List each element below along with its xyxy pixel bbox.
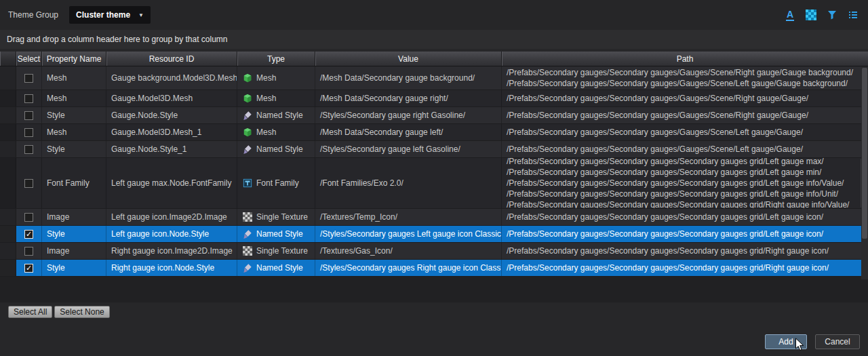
row-checkbox[interactable]: ✓: [24, 230, 33, 239]
column-header-resource-id[interactable]: Resource ID: [106, 52, 237, 66]
path-line: /Prefabs/Secondary gauges/Secondary gaug…: [507, 93, 808, 104]
group-by-hint: Drag and drop a column header here to gr…: [7, 35, 228, 44]
property-name-cell: Style: [42, 107, 106, 123]
path-cell: /Prefabs/Secondary gauges/Secondary gaug…: [502, 243, 868, 259]
row-gutter: [0, 209, 16, 225]
table-row[interactable]: Font FamilyLeft gauge max.Node.FontFamil…: [0, 158, 868, 209]
selection-buttons: Select All Select None: [8, 306, 110, 318]
vertical-scrollbar[interactable]: [861, 66, 868, 279]
path-cell: /Prefabs/Secondary gauges/Secondary gaug…: [502, 66, 868, 90]
path-line: /Prefabs/Secondary gauges/Secondary gaug…: [507, 178, 844, 189]
resource-id-cell: Gauge background.Model3D.Mesh: [106, 66, 237, 90]
column-header-gutter: [0, 52, 16, 66]
property-name-cell: Image: [42, 209, 106, 225]
select-none-button[interactable]: Select None: [54, 306, 109, 318]
path-line: /Prefabs/Secondary gauges/Secondary gaug…: [507, 245, 829, 256]
type-cell: Mesh: [237, 124, 315, 140]
path-line: /Prefabs/Secondary gauges/Secondary gaug…: [507, 67, 853, 78]
select-cell: [16, 66, 42, 90]
column-header-type[interactable]: Type: [237, 52, 315, 66]
type-label: Named Style: [256, 144, 303, 154]
toolbar-icons: A: [783, 8, 860, 22]
chevron-down-icon: ▼: [138, 12, 144, 18]
filter-icon[interactable]: [825, 8, 839, 22]
table-row[interactable]: ✓StyleRight gauge icon.Node.StyleNamed S…: [0, 260, 868, 277]
row-checkbox[interactable]: ✓: [24, 264, 33, 273]
table-row[interactable]: ImageRight gauge icon.Image2D.ImageSingl…: [0, 243, 868, 260]
table-row[interactable]: ✓StyleLeft gauge icon.Node.StyleNamed St…: [0, 226, 868, 243]
row-checkbox[interactable]: [24, 179, 33, 188]
type-label: Single Texture: [256, 246, 308, 256]
value-cell: /Textures/Temp_Icon/: [315, 209, 502, 225]
table-row[interactable]: StyleGauge.Node.StyleNamed Style/Styles/…: [0, 107, 868, 124]
select-cell: [16, 243, 42, 259]
column-header-property-name[interactable]: Property Name: [42, 52, 106, 66]
row-checkbox[interactable]: [24, 145, 33, 154]
path-line: /Prefabs/Secondary gauges/Secondary gaug…: [507, 144, 803, 155]
single-texture-icon: [242, 212, 252, 222]
type-label: Font Family: [256, 178, 299, 188]
select-all-button[interactable]: Select All: [8, 306, 52, 318]
type-label: Mesh: [256, 73, 276, 83]
path-cell: /Prefabs/Secondary gauges/Secondary gaug…: [502, 226, 868, 242]
add-button[interactable]: Add: [765, 334, 807, 349]
table-row[interactable]: MeshGauge.Model3D.MeshMesh/Mesh Data/Sec…: [0, 90, 868, 107]
type-cell: Single Texture: [237, 243, 315, 259]
mesh-icon: [242, 73, 252, 83]
path-cell: /Prefabs/Secondary gauges/Secondary gaug…: [502, 90, 868, 106]
cancel-button[interactable]: Cancel: [815, 334, 860, 349]
column-header-path[interactable]: Path: [502, 52, 868, 66]
type-label: Single Texture: [256, 212, 308, 222]
row-gutter: [0, 124, 16, 140]
type-label: Named Style: [256, 229, 303, 239]
theme-dropdown[interactable]: Cluster theme ▼: [69, 6, 151, 24]
row-checkbox[interactable]: [24, 128, 33, 137]
row-gutter: [0, 66, 16, 90]
value-cell: /Styles/Secondary gauges Left gauge icon…: [315, 226, 502, 242]
row-gutter: [0, 260, 16, 276]
theme-dropdown-value: Cluster theme: [76, 10, 130, 20]
vertical-scrollbar-thumb[interactable]: [862, 68, 867, 239]
texture-atlas-icon[interactable]: [804, 8, 818, 22]
group-by-bar[interactable]: Drag and drop a column header here to gr…: [0, 30, 868, 49]
table-row[interactable]: ImageLeft gauge icon.Image2D.ImageSingle…: [0, 209, 868, 226]
table-row[interactable]: MeshGauge background.Model3D.MeshMesh/Me…: [0, 66, 868, 90]
value-cell: /Styles/Secondary gauge right Gasoline/: [315, 107, 502, 123]
select-cell: [16, 141, 42, 157]
dialog-buttons: Add Cancel: [765, 334, 860, 349]
row-checkbox[interactable]: [24, 111, 33, 120]
type-cell: Mesh: [237, 90, 315, 106]
row-checkbox[interactable]: [24, 94, 33, 103]
list-view-icon[interactable]: [846, 8, 860, 22]
select-cell: ✓: [16, 260, 42, 276]
row-checkbox[interactable]: [24, 74, 33, 83]
column-header-value[interactable]: Value: [315, 52, 502, 66]
value-cell: /Styles/Secondary gauge left Gasoline/: [315, 141, 502, 157]
path-cell: /Prefabs/Secondary gauges/Secondary gaug…: [502, 141, 868, 157]
table-row[interactable]: MeshGauge.Model3D.Mesh_1Mesh/Mesh Data/S…: [0, 124, 868, 141]
select-cell: [16, 90, 42, 106]
path-cell: /Prefabs/Secondary gauges/Secondary gaug…: [502, 260, 868, 276]
named-style-icon: [242, 229, 252, 239]
select-cell: ✓: [16, 226, 42, 242]
resource-id-cell: Left gauge max.Node.FontFamily: [106, 158, 237, 208]
type-cell: Named Style: [237, 226, 315, 242]
value-cell: /Mesh Data/Secondary gauge right/: [315, 90, 502, 106]
font-color-icon[interactable]: A: [783, 8, 797, 22]
type-label: Mesh: [256, 127, 276, 137]
type-cell: Font Family: [237, 158, 315, 208]
path-line: /Prefabs/Secondary gauges/Secondary gaug…: [507, 199, 849, 208]
named-style-icon: [242, 263, 252, 273]
table-row[interactable]: StyleGauge.Node.Style_1Named Style/Style…: [0, 141, 868, 158]
path-line: /Prefabs/Secondary gauges/Secondary gaug…: [507, 229, 823, 239]
type-label: Named Style: [256, 111, 303, 120]
row-checkbox[interactable]: [24, 213, 33, 222]
resource-id-cell: Gauge.Model3D.Mesh_1: [106, 124, 237, 140]
row-gutter: [0, 226, 16, 242]
row-checkbox[interactable]: [24, 247, 33, 256]
path-line: /Prefabs/Secondary gauges/Secondary gaug…: [507, 158, 824, 167]
property-name-cell: Mesh: [42, 90, 106, 106]
type-cell: Named Style: [237, 260, 315, 276]
column-header-select[interactable]: Select: [16, 52, 42, 66]
value-cell: /Mesh Data/Secondary gauge background/: [315, 66, 502, 90]
